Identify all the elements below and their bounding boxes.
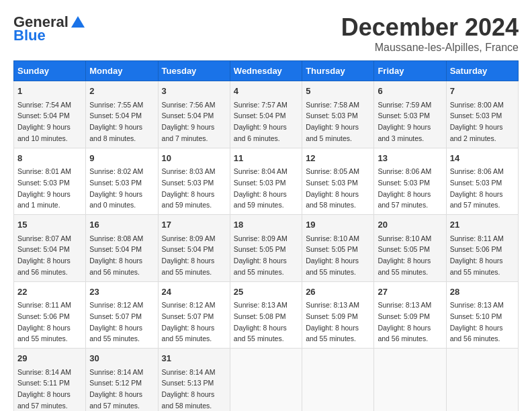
logo: General Blue: [13, 13, 86, 44]
header: General Blue December 2024 Maussane-les-…: [13, 13, 519, 54]
calendar-week-row: 29Sunrise: 8:14 AMSunset: 5:11 PMDayligh…: [14, 349, 519, 412]
day-number: 24: [162, 285, 226, 299]
day-number: 5: [306, 85, 370, 98]
calendar-header-row: Sunday Monday Tuesday Wednesday Thursday…: [14, 61, 519, 81]
day-number: 10: [162, 152, 226, 165]
day-content: Sunrise: 8:13 AMSunset: 5:10 PMDaylight:…: [450, 301, 504, 342]
col-thursday: Thursday: [302, 61, 374, 81]
day-number: 13: [378, 152, 442, 165]
col-friday: Friday: [374, 61, 446, 81]
col-tuesday: Tuesday: [158, 61, 230, 81]
day-number: 17: [162, 218, 226, 232]
day-number: 31: [162, 352, 226, 365]
day-content: Sunrise: 8:10 AMSunset: 5:05 PMDaylight:…: [306, 234, 359, 276]
day-content: Sunrise: 8:11 AMSunset: 5:06 PMDaylight:…: [450, 234, 504, 276]
calendar-week-row: 22Sunrise: 8:11 AMSunset: 5:06 PMDayligh…: [14, 281, 519, 349]
day-content: Sunrise: 7:54 AMSunset: 5:04 PMDaylight:…: [17, 101, 71, 142]
table-row: 7Sunrise: 8:00 AMSunset: 5:03 PMDaylight…: [446, 81, 518, 148]
day-content: Sunrise: 8:01 AMSunset: 5:03 PMDaylight:…: [17, 167, 71, 209]
table-row: 20Sunrise: 8:10 AMSunset: 5:05 PMDayligh…: [374, 215, 446, 282]
day-content: Sunrise: 7:56 AMSunset: 5:04 PMDaylight:…: [162, 101, 216, 142]
table-row: [374, 349, 446, 412]
day-content: Sunrise: 8:12 AMSunset: 5:07 PMDaylight:…: [89, 301, 143, 342]
day-number: 30: [89, 352, 154, 365]
day-content: Sunrise: 8:11 AMSunset: 5:06 PMDaylight:…: [17, 301, 71, 342]
day-number: 23: [89, 285, 154, 299]
day-content: Sunrise: 8:13 AMSunset: 5:08 PMDaylight:…: [234, 301, 287, 342]
day-content: Sunrise: 8:05 AMSunset: 5:03 PMDaylight:…: [306, 167, 359, 209]
day-number: 2: [89, 85, 154, 98]
day-content: Sunrise: 8:03 AMSunset: 5:03 PMDaylight:…: [162, 167, 216, 209]
day-number: 28: [450, 285, 515, 299]
calendar-week-row: 15Sunrise: 8:07 AMSunset: 5:04 PMDayligh…: [14, 215, 519, 282]
table-row: 3Sunrise: 7:56 AMSunset: 5:04 PMDaylight…: [158, 81, 230, 148]
day-number: 7: [450, 85, 515, 98]
day-content: Sunrise: 8:00 AMSunset: 5:03 PMDaylight:…: [450, 101, 504, 142]
day-content: Sunrise: 8:07 AMSunset: 5:04 PMDaylight:…: [17, 234, 71, 276]
table-row: 15Sunrise: 8:07 AMSunset: 5:04 PMDayligh…: [14, 215, 86, 282]
table-row: 29Sunrise: 8:14 AMSunset: 5:11 PMDayligh…: [14, 349, 86, 412]
day-number: 22: [17, 285, 82, 299]
day-content: Sunrise: 7:58 AMSunset: 5:03 PMDaylight:…: [306, 101, 359, 142]
logo-blue-text: Blue: [13, 27, 46, 44]
day-number: 11: [234, 152, 298, 165]
day-number: 25: [234, 285, 298, 299]
day-content: Sunrise: 8:06 AMSunset: 5:03 PMDaylight:…: [378, 167, 431, 209]
col-saturday: Saturday: [446, 61, 518, 81]
col-monday: Monday: [86, 61, 158, 81]
table-row: 4Sunrise: 7:57 AMSunset: 5:04 PMDaylight…: [230, 81, 302, 148]
day-number: 16: [89, 218, 154, 232]
table-row: 8Sunrise: 8:01 AMSunset: 5:03 PMDaylight…: [14, 148, 86, 215]
table-row: 5Sunrise: 7:58 AMSunset: 5:03 PMDaylight…: [302, 81, 374, 148]
day-content: Sunrise: 8:12 AMSunset: 5:07 PMDaylight:…: [162, 301, 216, 342]
day-content: Sunrise: 8:09 AMSunset: 5:04 PMDaylight:…: [162, 234, 216, 276]
day-number: 29: [17, 352, 82, 365]
table-row: 22Sunrise: 8:11 AMSunset: 5:06 PMDayligh…: [14, 281, 86, 349]
table-row: 9Sunrise: 8:02 AMSunset: 5:03 PMDaylight…: [86, 148, 158, 215]
day-number: 18: [234, 218, 298, 232]
title-area: December 2024 Maussane-les-Alpilles, Fra…: [341, 13, 519, 54]
table-row: 23Sunrise: 8:12 AMSunset: 5:07 PMDayligh…: [86, 281, 158, 349]
day-number: 26: [306, 285, 370, 299]
table-row: 28Sunrise: 8:13 AMSunset: 5:10 PMDayligh…: [446, 281, 518, 349]
day-number: 1: [17, 85, 82, 98]
day-number: 8: [17, 152, 82, 165]
table-row: 31Sunrise: 8:14 AMSunset: 5:13 PMDayligh…: [158, 349, 230, 412]
col-sunday: Sunday: [14, 61, 86, 81]
day-number: 4: [234, 85, 298, 98]
table-row: 19Sunrise: 8:10 AMSunset: 5:05 PMDayligh…: [302, 215, 374, 282]
table-row: 24Sunrise: 8:12 AMSunset: 5:07 PMDayligh…: [158, 281, 230, 349]
table-row: [230, 349, 302, 412]
table-row: 17Sunrise: 8:09 AMSunset: 5:04 PMDayligh…: [158, 215, 230, 282]
month-title: December 2024: [341, 13, 519, 42]
table-row: 16Sunrise: 8:08 AMSunset: 5:04 PMDayligh…: [86, 215, 158, 282]
logo-icon: [70, 14, 86, 30]
day-content: Sunrise: 8:13 AMSunset: 5:09 PMDaylight:…: [378, 301, 431, 342]
day-number: 3: [162, 85, 226, 98]
table-row: 21Sunrise: 8:11 AMSunset: 5:06 PMDayligh…: [446, 215, 518, 282]
day-number: 6: [378, 85, 442, 98]
day-content: Sunrise: 8:06 AMSunset: 5:03 PMDaylight:…: [450, 167, 504, 209]
day-content: Sunrise: 8:14 AMSunset: 5:11 PMDaylight:…: [17, 368, 71, 410]
day-number: 12: [306, 152, 370, 165]
day-content: Sunrise: 8:13 AMSunset: 5:09 PMDaylight:…: [306, 301, 359, 342]
calendar-week-row: 8Sunrise: 8:01 AMSunset: 5:03 PMDaylight…: [14, 148, 519, 215]
table-row: 10Sunrise: 8:03 AMSunset: 5:03 PMDayligh…: [158, 148, 230, 215]
day-content: Sunrise: 8:14 AMSunset: 5:12 PMDaylight:…: [89, 368, 143, 410]
day-number: 21: [450, 218, 515, 232]
day-content: Sunrise: 8:02 AMSunset: 5:03 PMDaylight:…: [89, 167, 143, 209]
table-row: 11Sunrise: 8:04 AMSunset: 5:03 PMDayligh…: [230, 148, 302, 215]
location-title: Maussane-les-Alpilles, France: [341, 42, 519, 54]
day-number: 19: [306, 218, 370, 232]
day-content: Sunrise: 8:09 AMSunset: 5:05 PMDaylight:…: [234, 234, 287, 276]
table-row: 14Sunrise: 8:06 AMSunset: 5:03 PMDayligh…: [446, 148, 518, 215]
day-number: 14: [450, 152, 515, 165]
day-content: Sunrise: 7:55 AMSunset: 5:04 PMDaylight:…: [89, 101, 143, 142]
table-row: 6Sunrise: 7:59 AMSunset: 5:03 PMDaylight…: [374, 81, 446, 148]
col-wednesday: Wednesday: [230, 61, 302, 81]
day-content: Sunrise: 7:57 AMSunset: 5:04 PMDaylight:…: [234, 101, 287, 142]
calendar-table: Sunday Monday Tuesday Wednesday Thursday…: [13, 60, 519, 411]
table-row: 2Sunrise: 7:55 AMSunset: 5:04 PMDaylight…: [86, 81, 158, 148]
day-number: 15: [17, 218, 82, 232]
table-row: 13Sunrise: 8:06 AMSunset: 5:03 PMDayligh…: [374, 148, 446, 215]
